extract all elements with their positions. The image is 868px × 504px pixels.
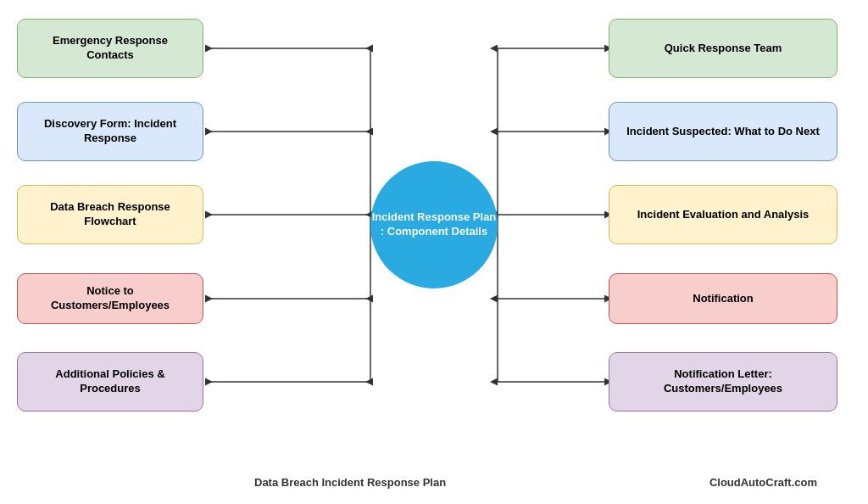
footer-title-text: Data Breach Incident Response Plan (254, 476, 446, 489)
node-quickteam-label: Quick Response Team (665, 42, 782, 56)
node-additional-label: Additional Policies & Procedures (28, 367, 192, 396)
footer-title: Data Breach Incident Response Plan (254, 476, 446, 489)
node-evaluation[interactable]: Incident Evaluation and Analysis (609, 185, 837, 244)
footer-brand: CloudAutoCraft.com (709, 476, 817, 489)
node-databreach-label: Data Breach Response Flowchart (28, 200, 192, 229)
center-node: Incident Response Plan : Component Detai… (370, 161, 498, 288)
node-evaluation-label: Incident Evaluation and Analysis (637, 208, 810, 222)
node-emergency[interactable]: Emergency Response Contacts (17, 19, 203, 78)
footer-brand-text: CloudAutoCraft.com (709, 476, 817, 489)
node-notice-label: Notice to Customers/Employees (28, 284, 192, 313)
center-label: Incident Response Plan : Component Detai… (370, 210, 498, 239)
node-emergency-label: Emergency Response Contacts (28, 34, 192, 63)
node-quickteam[interactable]: Quick Response Team (609, 19, 837, 78)
node-notif-letter[interactable]: Notification Letter: Customers/Employees (609, 352, 837, 412)
diagram-container: Incident Response Plan : Component Detai… (0, 0, 868, 504)
node-notification-label: Notification (693, 292, 754, 306)
node-databreach[interactable]: Data Breach Response Flowchart (17, 185, 203, 244)
node-additional[interactable]: Additional Policies & Procedures (17, 352, 203, 412)
node-suspected-label: Incident Suspected: What to Do Next (626, 125, 820, 139)
node-suspected[interactable]: Incident Suspected: What to Do Next (609, 102, 837, 161)
node-notif-letter-label: Notification Letter: Customers/Employees (620, 367, 826, 396)
node-notification[interactable]: Notification (609, 273, 837, 324)
node-discovery[interactable]: Discovery Form: Incident Response (17, 102, 203, 161)
node-notice[interactable]: Notice to Customers/Employees (17, 273, 203, 324)
node-discovery-label: Discovery Form: Incident Response (28, 117, 192, 146)
